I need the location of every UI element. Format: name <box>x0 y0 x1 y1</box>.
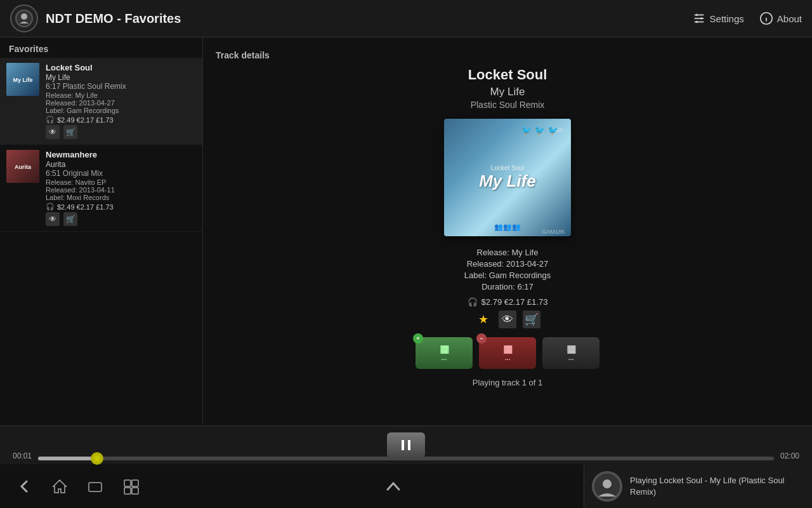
detail-remix: Plastic Soul Remix <box>471 100 545 110</box>
store-button-2[interactable]: − ▦ ··· <box>479 337 536 369</box>
album-artwork: gam 🐦 🐦 🐦 Locket Soul My Life GAM186 👥👥👥 <box>444 119 571 236</box>
favorites-sidebar: Favorites My Life <box>0 37 203 425</box>
svg-text:My Life: My Life <box>13 77 32 83</box>
progress-thumb[interactable] <box>91 452 103 465</box>
price-text: $2.49 €2.17 £1.73 <box>57 116 114 124</box>
pause-button[interactable] <box>387 432 425 458</box>
app-header: NDT DEMO - Favorites Settings About <box>0 0 812 37</box>
cart-button[interactable]: 🛒 <box>63 125 77 139</box>
store-label-1: ··· <box>442 356 447 363</box>
list-item[interactable]: My Life Locket Soul My Life 6:17 Plastic… <box>0 58 202 145</box>
track-thumbnail: Aurita <box>6 150 39 183</box>
detail-section-title: Track details <box>216 50 270 60</box>
window-button[interactable] <box>119 475 142 498</box>
up-button[interactable] <box>382 475 405 498</box>
label-info: Label: Gam Recordings <box>46 107 196 114</box>
track-thumbnail: My Life <box>6 63 39 96</box>
playing-info: Playing track 1 of 1 <box>473 378 543 387</box>
progress-track[interactable] <box>38 457 774 460</box>
add-to-cart-button[interactable]: 🛒 <box>523 311 540 328</box>
preview-button[interactable]: 👁 <box>499 311 516 328</box>
track-detail-panel: Track details Locket Soul My Life Plasti… <box>203 37 812 425</box>
about-button[interactable]: About <box>759 11 802 25</box>
app-title: NDT DEMO - Favorites <box>46 11 692 26</box>
album-art-2: Aurita <box>6 150 39 183</box>
release-info: Release: Navito EP <box>46 178 196 186</box>
recent-apps-button[interactable] <box>84 475 107 498</box>
headphone-icon: 🎧 <box>468 297 478 307</box>
back-icon <box>15 478 33 495</box>
back-button[interactable] <box>13 475 36 498</box>
now-playing-thumbnail <box>592 471 622 502</box>
svg-rect-19 <box>132 480 138 486</box>
track-name: My Life <box>46 73 196 82</box>
sidebar-title: Favorites <box>0 37 202 58</box>
svg-rect-17 <box>89 483 102 491</box>
svg-rect-21 <box>132 488 138 494</box>
store-label-3: ··· <box>568 356 573 363</box>
now-playing-avatar <box>593 472 621 500</box>
store-button-1[interactable]: + ▦ ··· <box>416 337 473 369</box>
artwork-title: My Life <box>479 171 536 191</box>
detail-duration: Duration: 6:17 <box>481 282 534 291</box>
store-button-3[interactable]: ▦ ··· <box>542 337 599 369</box>
recent-icon <box>86 478 104 495</box>
duration-mix: 6:51 Original Mix <box>46 169 196 178</box>
release-info: Release: My Life <box>46 91 196 99</box>
nav-center <box>203 475 584 498</box>
headphone-icon: 🎧 <box>46 116 55 124</box>
thumbnail-image: Aurita <box>6 150 39 183</box>
detail-track: My Life <box>490 86 525 98</box>
svg-rect-18 <box>124 480 131 486</box>
track-info: Newmanhere Aurita 6:51 Original Mix Rele… <box>46 150 196 226</box>
store-icon-1: ▦ <box>440 343 449 355</box>
info-icon <box>759 11 773 25</box>
artwork-silhouettes: 👥👥👥 <box>494 223 521 231</box>
badge-2: − <box>476 333 487 344</box>
cart-button[interactable]: 🛒 <box>63 212 77 226</box>
home-icon <box>51 478 69 495</box>
svg-rect-20 <box>124 488 131 494</box>
store-label-2: ··· <box>505 356 510 363</box>
favorite-star-button[interactable]: ★ <box>475 311 492 328</box>
settings-button[interactable]: Settings <box>692 11 744 25</box>
price-info: 🎧 $2.49 €2.17 £1.73 <box>46 203 196 211</box>
detail-released: Released: 2013-04-27 <box>467 259 549 269</box>
artist-name: Locket Soul <box>46 63 196 72</box>
headphone-icon: 🎧 <box>46 203 55 211</box>
nav-left <box>0 475 203 498</box>
svg-rect-15 <box>402 440 404 450</box>
detail-label: Label: Gam Recordings <box>464 271 551 280</box>
about-label: About <box>777 13 802 24</box>
store-icon-2: ▦ <box>503 343 513 355</box>
duration-mix: 6:17 Plastic Soul Remix <box>46 82 196 91</box>
header-actions: Settings About <box>692 11 802 25</box>
artist-name: Newmanhere <box>46 150 196 159</box>
settings-label: Settings <box>710 13 744 24</box>
svg-point-23 <box>603 479 612 488</box>
album-art-1: My Life <box>6 63 39 96</box>
price-text: $2.49 €2.17 £1.73 <box>57 203 114 211</box>
time-elapsed: 00:01 <box>13 451 32 460</box>
released-date: Released: 2013-04-11 <box>46 186 196 194</box>
list-item[interactable]: Aurita Newmanhere Aurita 6:51 Original M… <box>0 145 202 232</box>
label-info: Label: Moxi Records <box>46 194 196 201</box>
now-playing-text: Playing Locket Soul - My Life (Plastic S… <box>630 475 804 498</box>
svg-point-6 <box>700 17 702 20</box>
svg-rect-16 <box>408 440 410 450</box>
released-date: Released: 2013-04-27 <box>46 99 196 107</box>
artwork-code: GAM186 <box>542 229 565 235</box>
now-playing-bar: Playing Locket Soul - My Life (Plastic S… <box>584 464 812 508</box>
preview-button[interactable]: 👁 <box>46 212 60 226</box>
logo-icon <box>15 10 33 27</box>
price-info: 🎧 $2.49 €2.17 £1.73 <box>46 116 196 124</box>
progress-fill <box>38 457 97 460</box>
track-name: Aurita <box>46 160 196 169</box>
preview-button[interactable]: 👁 <box>46 125 60 139</box>
pause-icon <box>398 438 414 453</box>
progress-area: 00:01 02:00 <box>0 426 812 464</box>
chevron-up-icon <box>384 477 403 496</box>
home-button[interactable] <box>48 475 71 498</box>
svg-text:Aurita: Aurita <box>15 164 32 170</box>
detail-artist: Locket Soul <box>468 67 547 83</box>
